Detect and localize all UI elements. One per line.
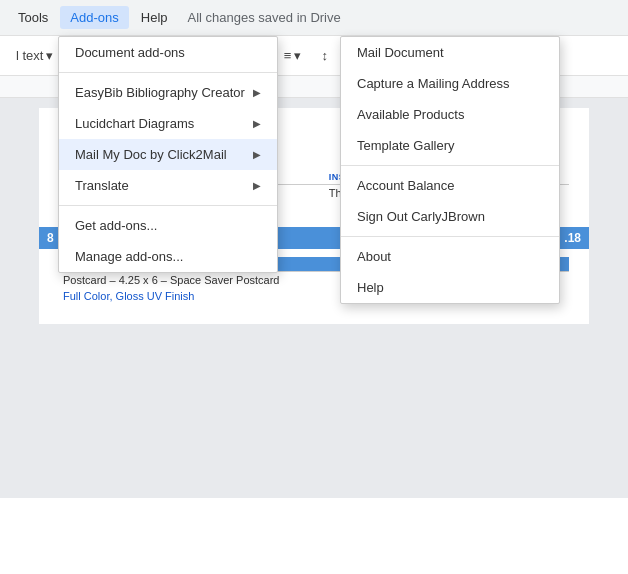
align-icon: ≡ [284, 48, 292, 63]
chevron-down-icon: ▾ [46, 48, 53, 63]
submenu-capture-mailing-address[interactable]: Capture a Mailing Address [341, 68, 559, 99]
addons-document-addons[interactable]: Document add-ons [59, 37, 277, 68]
dropdown-divider [59, 205, 277, 206]
addons-dropdown[interactable]: Document add-ons EasyBib Bibliography Cr… [58, 36, 278, 273]
dropdown-divider [341, 236, 559, 237]
line-spacing-button[interactable]: ↕ [313, 44, 336, 67]
menu-addons[interactable]: Add-ons [60, 6, 128, 29]
submenu[interactable]: Mail Document Capture a Mailing Address … [340, 36, 560, 304]
addons-translate[interactable]: Translate ▶ [59, 170, 277, 201]
submenu-sign-out[interactable]: Sign Out CarlyJBrown [341, 201, 559, 232]
chevron-right-icon: ▶ [253, 149, 261, 160]
chevron-right-icon: ▶ [253, 87, 261, 98]
addons-easybib[interactable]: EasyBib Bibliography Creator ▶ [59, 77, 277, 108]
line-spacing-icon: ↕ [321, 48, 328, 63]
menu-tools[interactable]: Tools [8, 6, 58, 29]
submenu-available-products[interactable]: Available Products [341, 99, 559, 130]
font-style-selector[interactable]: l text ▾ [8, 44, 61, 67]
dropdown-divider [59, 72, 277, 73]
addons-manage[interactable]: Manage add-ons... [59, 241, 277, 272]
submenu-mail-document[interactable]: Mail Document [341, 37, 559, 68]
submenu-help[interactable]: Help [341, 272, 559, 303]
addons-lucidchart[interactable]: Lucidchart Diagrams ▶ [59, 108, 277, 139]
font-style-label: l text [16, 48, 43, 63]
align-button[interactable]: ≡ ▾ [276, 44, 310, 67]
dropdown-divider [341, 165, 559, 166]
menu-bar: Tools Add-ons Help All changes saved in … [0, 0, 628, 36]
chevron-down-icon: ▾ [294, 48, 301, 63]
chevron-right-icon: ▶ [253, 180, 261, 191]
save-status: All changes saved in Drive [188, 10, 341, 25]
submenu-account-balance[interactable]: Account Balance [341, 170, 559, 201]
addons-get[interactable]: Get add-ons... [59, 210, 277, 241]
submenu-about[interactable]: About [341, 241, 559, 272]
submenu-template-gallery[interactable]: Template Gallery [341, 130, 559, 161]
chevron-right-icon: ▶ [253, 118, 261, 129]
menu-help[interactable]: Help [131, 6, 178, 29]
addons-mailmydoc[interactable]: Mail My Doc by Click2Mail ▶ [59, 139, 277, 170]
